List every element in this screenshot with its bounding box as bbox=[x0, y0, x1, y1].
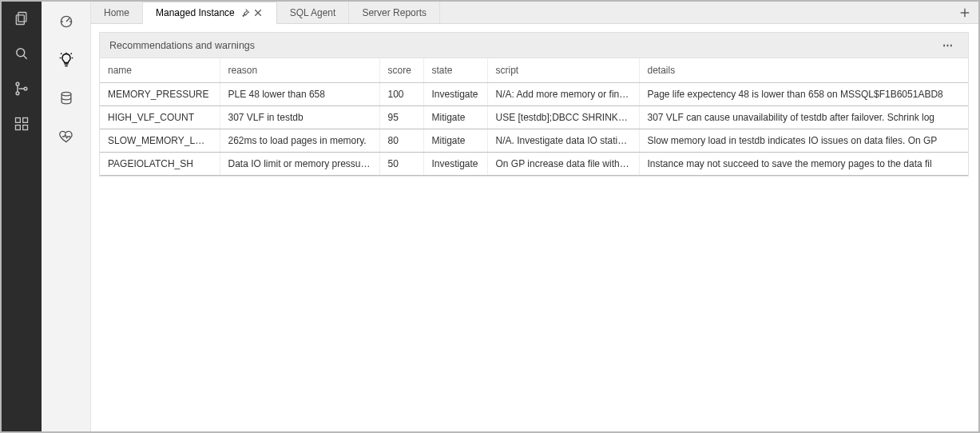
table-row[interactable]: PAGEIOLATCH_SHData IO limit or memory pr… bbox=[100, 153, 968, 176]
table-row[interactable]: SLOW_MEMORY_LOAD262ms to load pages in m… bbox=[100, 129, 968, 153]
lightbulb-icon[interactable] bbox=[58, 51, 75, 69]
main-area: Home Managed Instance SQL Agent Server R… bbox=[91, 2, 978, 431]
cell-state: Investigate bbox=[423, 83, 487, 106]
cell-reason: PLE 48 lower than 658 bbox=[220, 83, 379, 106]
cell-state: Mitigate bbox=[423, 106, 487, 129]
cell-state: Mitigate bbox=[423, 129, 487, 153]
side-strip bbox=[42, 2, 91, 431]
panel-title: Recommendations and warnings bbox=[109, 40, 255, 51]
svg-point-4 bbox=[16, 82, 19, 85]
cell-script: N/A: Add more memory or fin… bbox=[487, 83, 639, 106]
content-body: Recommendations and warnings ⋯ name reas… bbox=[91, 24, 978, 431]
cell-score: 80 bbox=[379, 129, 423, 153]
svg-line-3 bbox=[24, 56, 27, 59]
explorer-icon[interactable] bbox=[13, 10, 30, 27]
extensions-icon[interactable] bbox=[13, 115, 30, 133]
col-script[interactable]: script bbox=[487, 58, 639, 83]
table-row[interactable]: MEMORY_PRESSUREPLE 48 lower than 658100I… bbox=[100, 83, 968, 106]
svg-rect-10 bbox=[23, 125, 28, 130]
svg-line-16 bbox=[70, 54, 71, 54]
table-row[interactable]: HIGH_VLF_COUNT307 VLF in testdb95Mitigat… bbox=[100, 106, 968, 129]
cell-script: N/A. Investigate data IO statis… bbox=[487, 129, 639, 153]
cell-name: MEMORY_PRESSURE bbox=[100, 83, 220, 106]
tab-sql-agent[interactable]: SQL Agent bbox=[277, 2, 350, 23]
svg-point-5 bbox=[16, 92, 19, 95]
more-options-icon[interactable]: ⋯ bbox=[938, 39, 958, 51]
pin-icon[interactable] bbox=[240, 7, 251, 18]
svg-line-15 bbox=[61, 54, 61, 54]
tab-label: SQL Agent bbox=[290, 7, 336, 18]
heartbeat-icon[interactable] bbox=[58, 128, 75, 145]
source-control-icon[interactable] bbox=[13, 80, 30, 97]
cell-state: Investigate bbox=[423, 153, 487, 176]
col-state[interactable]: state bbox=[423, 58, 487, 83]
tab-home[interactable]: Home bbox=[91, 2, 143, 23]
col-reason[interactable]: reason bbox=[220, 58, 379, 83]
database-icon[interactable] bbox=[58, 89, 75, 107]
tab-managed-instance[interactable]: Managed Instance bbox=[143, 2, 277, 24]
cell-name: PAGEIOLATCH_SH bbox=[100, 153, 220, 176]
cell-script: On GP increase data file with l… bbox=[487, 153, 639, 176]
cell-score: 95 bbox=[379, 106, 423, 129]
cell-details: Slow memory load in testdb indicates IO … bbox=[639, 129, 968, 153]
svg-rect-7 bbox=[16, 118, 21, 123]
col-details[interactable]: details bbox=[639, 58, 968, 83]
cell-details: Page life expectency 48 is lower than 65… bbox=[639, 83, 968, 106]
cell-details: Instance may not succeed to save the mem… bbox=[639, 153, 968, 176]
table-header-row: name reason score state script details bbox=[100, 58, 968, 83]
close-icon[interactable] bbox=[252, 7, 264, 18]
dashboard-icon[interactable] bbox=[58, 13, 75, 30]
tab-label: Server Reports bbox=[362, 7, 427, 18]
new-tab-button[interactable] bbox=[951, 2, 978, 23]
cell-reason: 262ms to load pages in memory. bbox=[220, 129, 379, 153]
svg-rect-8 bbox=[23, 118, 28, 123]
tab-server-reports[interactable]: Server Reports bbox=[349, 2, 440, 23]
recommendations-grid: name reason score state script details M… bbox=[99, 58, 969, 177]
svg-rect-0 bbox=[18, 13, 26, 22]
panel-header: Recommendations and warnings ⋯ bbox=[99, 32, 969, 58]
col-name[interactable]: name bbox=[100, 58, 220, 83]
cell-score: 100 bbox=[379, 83, 423, 106]
svg-point-6 bbox=[24, 87, 27, 90]
svg-point-2 bbox=[17, 49, 25, 57]
tab-label: Managed Instance bbox=[156, 7, 235, 18]
cell-script: USE [testdb];DBCC SHRINKFIL… bbox=[487, 106, 639, 129]
svg-point-17 bbox=[61, 92, 71, 96]
svg-rect-1 bbox=[16, 15, 24, 25]
tab-label: Home bbox=[104, 7, 129, 18]
tabstrip: Home Managed Instance SQL Agent Server R… bbox=[91, 2, 978, 24]
cell-reason: Data IO limit or memory pressure. bbox=[220, 153, 379, 176]
cell-details: 307 VLF can cause unavailability of test… bbox=[639, 106, 968, 129]
cell-name: SLOW_MEMORY_LOAD bbox=[100, 129, 220, 153]
col-score[interactable]: score bbox=[379, 58, 423, 83]
cell-score: 50 bbox=[379, 153, 423, 176]
cell-reason: 307 VLF in testdb bbox=[220, 106, 379, 129]
search-icon[interactable] bbox=[13, 45, 30, 62]
activity-bar bbox=[2, 2, 42, 431]
svg-rect-9 bbox=[16, 125, 21, 130]
cell-name: HIGH_VLF_COUNT bbox=[100, 106, 220, 129]
